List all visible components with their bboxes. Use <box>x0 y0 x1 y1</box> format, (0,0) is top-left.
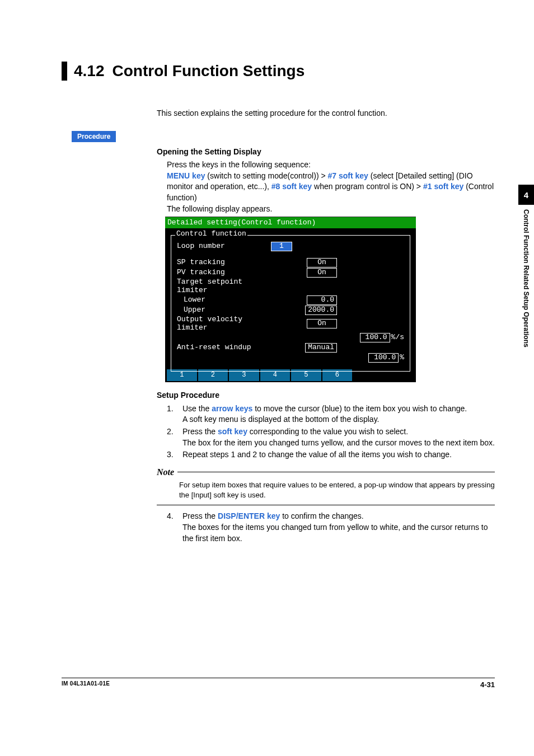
section-accent-bar <box>62 62 67 81</box>
panel-row: Output velocity limiterOn <box>177 316 404 332</box>
panel-title: Detailed setting(Control function) <box>165 217 416 228</box>
step-2-text: Press the soft key corresponding to the … <box>182 426 495 448</box>
panel-value-box[interactable]: On <box>307 319 337 328</box>
opening-lead: Press the keys in the following sequence… <box>167 159 495 171</box>
softkey-1-label: #1 soft key <box>423 182 463 191</box>
panel-row: 100.0% <box>177 353 404 363</box>
panel-value-box[interactable]: 0.0 <box>307 295 337 305</box>
loop-number-value[interactable]: 1 <box>271 242 292 251</box>
soft-key-label: soft key <box>218 427 247 436</box>
panel-row: SP trackingOn <box>177 258 404 267</box>
panel-row: Upper2000.0 <box>177 306 404 315</box>
display-panel: Detailed setting(Control function) Contr… <box>165 217 416 382</box>
softkey-7-label: #7 soft key <box>328 171 368 180</box>
menu-key-label: MENU key <box>167 171 205 180</box>
footer-doc-id: IM 04L31A01-01E <box>62 680 110 689</box>
panel-row-label: Target setpoint limiter <box>177 278 271 295</box>
section-title-text: Control Function Settings <box>113 62 305 79</box>
side-tab: 4 Control Function Related Setup Operati… <box>518 185 534 348</box>
panel-unit: % <box>400 354 404 362</box>
panel-row-label: SP tracking <box>177 259 271 267</box>
step-3-text: Repeat steps 1 and 2 to change the value… <box>182 449 495 461</box>
step-1-text: Use the arrow keys to move the cursor (b… <box>182 403 495 425</box>
footer-page-number: 4-31 <box>480 680 495 689</box>
display-appears-text: The following display appears. <box>167 204 495 215</box>
panel-row: Lower0.0 <box>177 295 404 305</box>
disp-enter-key-label: DISP/ENTER key <box>218 511 280 520</box>
panel-value-box[interactable]: Manual <box>305 343 337 353</box>
section-heading: 4.12Control Function Settings <box>62 62 495 81</box>
softkey-8-label: #8 soft key <box>271 182 312 191</box>
note-heading: Note <box>157 466 495 478</box>
panel-value-box[interactable]: 100.0 <box>368 353 399 363</box>
fieldset-label: Control function <box>175 230 247 238</box>
section-number: 4.12 <box>74 62 105 79</box>
panel-row: Anti-reset windupManual <box>177 343 404 353</box>
panel-value-box[interactable]: 2000.0 <box>305 306 337 315</box>
panel-value-box[interactable]: 100.0 <box>360 333 390 342</box>
key-sequence: MENU key (switch to setting mode(control… <box>167 171 495 204</box>
step-4-text: Press the DISP/ENTER key to confirm the … <box>182 511 495 544</box>
intro-text: This section explains the setting proced… <box>157 109 495 118</box>
note-body: For setup item boxes that require values… <box>179 480 495 500</box>
panel-row: PV trackingOn <box>177 268 404 278</box>
fieldset: Loop number 1 SP trackingOnPV trackingOn… <box>171 235 410 371</box>
panel-row-label: PV tracking <box>177 269 271 277</box>
arrow-keys-label: arrow keys <box>212 404 252 413</box>
panel-row: 100.0%/s <box>177 333 404 342</box>
loop-number-label: Loop number <box>177 242 271 251</box>
side-chapter-title: Control Function Related Setup Operation… <box>522 209 530 348</box>
step-number: 4. <box>167 511 182 544</box>
panel-value-box[interactable]: On <box>307 258 337 267</box>
panel-row-label: Lower <box>177 296 278 304</box>
step-number: 1. <box>167 403 182 425</box>
panel-unit: %/s <box>391 334 404 342</box>
side-chapter-number: 4 <box>518 185 534 205</box>
setup-procedure-heading: Setup Procedure <box>157 390 495 401</box>
panel-value-box[interactable]: On <box>307 268 337 278</box>
step-number: 3. <box>167 449 182 461</box>
page-footer: IM 04L31A01-01E 4-31 <box>62 678 495 689</box>
panel-row: Target setpoint limiter <box>177 278 404 295</box>
step-number: 2. <box>167 426 182 448</box>
procedure-label: Procedure <box>72 131 116 142</box>
panel-row-label: Output velocity limiter <box>177 316 271 332</box>
panel-row-label: Anti-reset windup <box>177 344 271 352</box>
panel-row-label: Upper <box>177 306 278 314</box>
opening-heading: Opening the Setting Display <box>157 147 495 158</box>
